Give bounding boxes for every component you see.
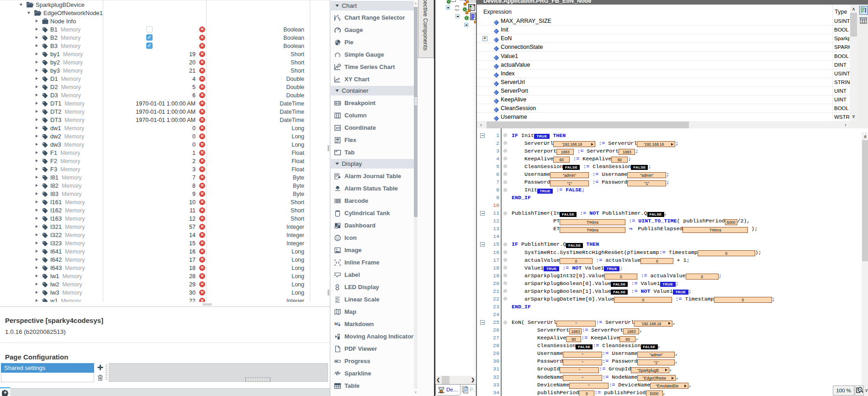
svg-text:M: M [334,322,338,326]
svg-text:XY: XY [336,127,340,130]
